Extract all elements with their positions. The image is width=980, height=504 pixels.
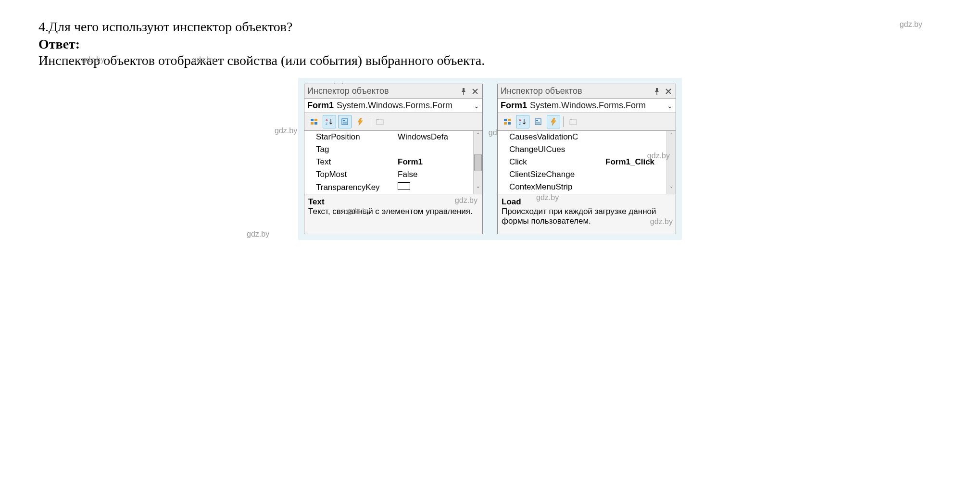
inspector-events: gdz.by gdz.by gdz.by Инспектор объектов … (497, 84, 676, 234)
pin-icon[interactable] (459, 87, 468, 96)
panel-header: Инспектор объектов (304, 84, 482, 99)
svg-rect-3 (314, 122, 317, 125)
property-grid: StarPosition WindowsDefa Tag Text Form1 … (304, 131, 482, 194)
watermark: gdz.by (247, 230, 269, 239)
svg-text:A: A (326, 118, 328, 122)
svg-rect-10 (377, 120, 383, 125)
properties-icon[interactable] (531, 115, 545, 128)
event-row[interactable]: ClientSizeChange (498, 168, 666, 181)
prop-value: WindowsDefa (398, 132, 473, 142)
scrollbar[interactable]: ˄ ˅ (473, 131, 482, 194)
event-row[interactable]: ContexMenuStrip (498, 181, 666, 193)
scroll-thumb[interactable] (474, 154, 482, 171)
event-grid: CausesValidationC ChangeUICues Click For… (498, 131, 676, 194)
answer-label: Ответ: (38, 37, 942, 52)
categorized-icon[interactable] (501, 115, 514, 128)
event-row[interactable]: Click Form1_Click (498, 156, 666, 168)
svg-rect-2 (311, 122, 314, 125)
object-type: System.Windows.Forms.Form (530, 101, 667, 111)
description-pane: Text Текст, связанный с элементом управл… (304, 194, 482, 234)
panel-header: Инспектор объектов (498, 84, 676, 99)
prop-row[interactable]: Tag (304, 143, 473, 156)
svg-rect-14 (504, 122, 507, 125)
svg-rect-11 (377, 119, 379, 120)
scroll-down-icon[interactable]: ˅ (670, 186, 673, 193)
svg-rect-23 (570, 119, 572, 120)
object-name: Form1 (307, 101, 334, 111)
scrollbar[interactable]: ˄ ˅ (666, 131, 676, 194)
chevron-down-icon: ⌄ (667, 102, 673, 110)
properties-icon[interactable] (338, 115, 352, 128)
event-row[interactable]: CausesValidationC (498, 131, 666, 143)
inspector-toolbar: AZ (498, 113, 676, 131)
event-name: CausesValidationC (509, 132, 605, 142)
description-title: Load (502, 197, 672, 207)
svg-rect-1 (314, 119, 317, 121)
description-text: Происходит при каждой загрузке данной фо… (502, 207, 672, 226)
question-text: 4.Для чего используют инспектор объектов… (38, 19, 942, 35)
svg-rect-6 (342, 119, 348, 125)
close-icon[interactable] (471, 87, 479, 96)
answer-text: Инспектор объектов отображает свойства (… (38, 53, 942, 68)
svg-rect-12 (504, 119, 507, 121)
panel-title: Инспектор объектов (307, 86, 456, 96)
event-name: ChangeUICues (509, 145, 605, 154)
prop-name: TransparencyKey (316, 183, 398, 192)
description-title: Text (308, 197, 478, 207)
object-selector[interactable]: Form1 System.Windows.Forms.Form ⌄ (304, 99, 482, 113)
watermark: gdz.by (275, 126, 297, 135)
description-text: Текст, связанный с элементом управления. (308, 207, 478, 216)
scroll-up-icon[interactable]: ˄ (670, 132, 673, 139)
svg-rect-18 (535, 119, 541, 125)
svg-text:A: A (519, 118, 521, 122)
prop-row[interactable]: TopMost False (304, 168, 473, 181)
close-icon[interactable] (664, 87, 673, 96)
toolbar-separator (370, 116, 370, 127)
event-name: ClientSizeChange (509, 170, 605, 179)
alphabetical-icon[interactable]: AZ (516, 115, 529, 128)
object-type: System.Windows.Forms.Form (337, 101, 474, 111)
svg-rect-0 (311, 119, 314, 121)
property-pages-icon[interactable] (373, 115, 387, 128)
object-selector[interactable]: Form1 System.Windows.Forms.Form ⌄ (498, 99, 676, 113)
event-name: ContexMenuStrip (509, 182, 605, 192)
prop-row[interactable]: StarPosition WindowsDefa (304, 131, 473, 143)
scroll-up-icon[interactable]: ˄ (477, 132, 480, 139)
inspector-toolbar: AZ (304, 113, 482, 131)
pin-icon[interactable] (653, 87, 661, 96)
prop-row[interactable]: TransparencyKey (304, 181, 473, 194)
event-row[interactable]: ChangeUICues (498, 143, 666, 156)
property-pages-icon[interactable] (566, 115, 580, 128)
panel-title: Инспектор объектов (501, 86, 650, 96)
event-value: Form1_Click (605, 157, 666, 167)
prop-value: False (398, 170, 473, 179)
prop-name: Text (316, 157, 398, 167)
toolbar-separator (563, 116, 564, 127)
svg-rect-15 (508, 122, 511, 125)
svg-text:Z: Z (326, 122, 328, 126)
object-name: Form1 (501, 101, 527, 111)
prop-name: StarPosition (316, 132, 398, 142)
chevron-down-icon: ⌄ (474, 102, 479, 110)
prop-name: TopMost (316, 170, 398, 179)
prop-value: Form1 (398, 157, 473, 167)
events-icon[interactable] (547, 115, 560, 128)
events-icon[interactable] (353, 115, 367, 128)
event-name: Click (509, 157, 605, 167)
description-pane: Load Происходит при каждой загрузке данн… (498, 194, 676, 234)
alphabetical-icon[interactable]: AZ (323, 115, 336, 128)
inspector-properties: gdz.by gdz.by gdz.by gdz.by gdz.by Инспе… (304, 84, 483, 234)
prop-value (398, 182, 473, 192)
prop-name: Tag (316, 145, 398, 154)
color-swatch-icon (398, 182, 410, 190)
svg-rect-13 (508, 119, 511, 121)
svg-rect-22 (570, 120, 577, 125)
svg-text:Z: Z (519, 122, 521, 126)
panels-container: gdz.by gdz.by gdz.by gdz.by gdz.by Инспе… (298, 78, 682, 240)
svg-rect-19 (536, 120, 538, 121)
scroll-down-icon[interactable]: ˅ (477, 186, 480, 193)
prop-row[interactable]: Text Form1 (304, 156, 473, 168)
svg-rect-7 (343, 120, 345, 121)
categorized-icon[interactable] (307, 115, 321, 128)
